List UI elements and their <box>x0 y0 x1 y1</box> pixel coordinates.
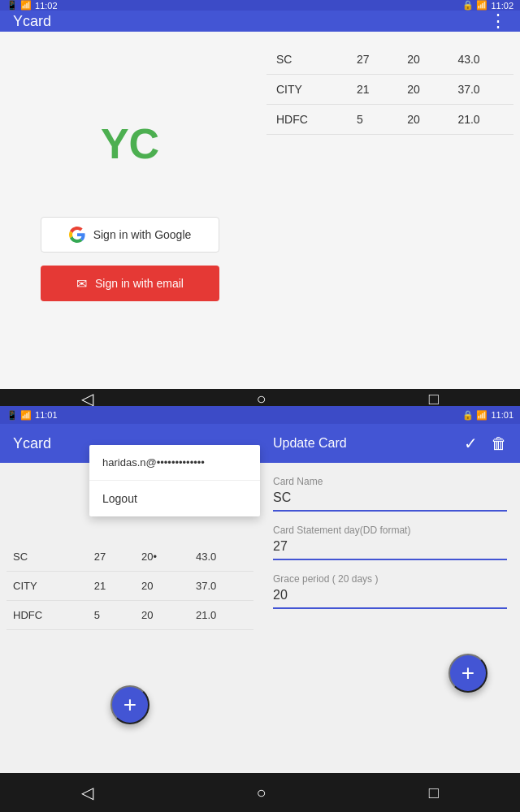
top-status-icons-right: 🔒 📶 <box>462 0 488 11</box>
card-name-cell: SC <box>266 45 347 75</box>
top-status-time: 11:02 <box>35 1 58 11</box>
card-col2-cell: 20 <box>135 572 189 601</box>
bottom-left-table-area: SC 27 20• 43.0 CITY 21 20 37.0 HDFC 5 20… <box>0 536 260 637</box>
card-col1-cell: 21 <box>88 572 135 601</box>
confirm-update-button[interactable]: ✓ <box>464 434 478 453</box>
top-fab-button[interactable]: + <box>448 654 488 693</box>
bottom-left-card-table: SC 27 20• 43.0 CITY 21 20 37.0 HDFC 5 20… <box>6 542 254 630</box>
bottom-right-panel: 🔒 📶 11:01 Update Card ✓ 🗑 Card Name SC <box>260 406 520 773</box>
card-col3-cell: 21.0 <box>448 105 514 135</box>
logout-button[interactable]: Logout <box>89 481 260 516</box>
table-row[interactable]: CITY 21 20 37.0 <box>266 75 514 105</box>
card-col2-cell: 20 <box>397 45 448 75</box>
card-col3-cell: 37.0 <box>189 572 254 601</box>
bottom-right-status-bar: 🔒 📶 11:01 <box>260 406 520 424</box>
table-row[interactable]: CITY 21 20 37.0 <box>6 572 254 601</box>
statement-day-value[interactable]: 27 <box>273 539 507 560</box>
top-status-icons-left: 📱 📶 <box>6 0 32 11</box>
bottom-left-panel: 📱 📶 11:01 Ycard haridas.n@••••••••••••• … <box>0 406 260 773</box>
card-col3-cell: 37.0 <box>448 75 514 105</box>
card-col1-cell: 5 <box>347 105 397 135</box>
update-card-form: Card Name SC Card Statement day(DD forma… <box>260 463 520 635</box>
table-row[interactable]: SC 27 20• 43.0 <box>6 542 254 572</box>
top-card-table-panel: SC 27 20 43.0 CITY 21 20 37.0 HDFC 5 20 … <box>260 32 520 389</box>
br-status-icons: 🔒 📶 <box>462 410 488 421</box>
bl-status-icons: 📱 📶 <box>6 410 32 421</box>
card-name-cell: CITY <box>6 572 88 601</box>
email-icon: ✉ <box>76 276 87 292</box>
statement-day-label: Card Statement day(DD format) <box>273 525 507 536</box>
bottom-nav-square[interactable]: □ <box>429 784 439 802</box>
bottom-nav-bar: ◁ ○ □ <box>0 773 520 812</box>
card-col2-cell: 20 <box>135 601 189 630</box>
google-signin-button[interactable]: Sign in with Google <box>41 217 219 253</box>
user-email-display: haridas.n@••••••••••••• <box>89 445 260 481</box>
top-card-table: SC 27 20 43.0 CITY 21 20 37.0 HDFC 5 20 … <box>266 45 514 135</box>
top-status-bar: 📱 📶 11:02 🔒 📶 11:02 <box>0 0 520 11</box>
table-row[interactable]: HDFC 5 20 21.0 <box>266 105 514 135</box>
top-status-time-right: 11:02 <box>491 1 514 11</box>
update-card-title: Update Card <box>273 436 347 451</box>
card-col1-cell: 27 <box>88 542 135 572</box>
grace-period-label: Grace period ( 20 days ) <box>273 573 507 585</box>
google-icon <box>69 227 85 243</box>
card-name-value[interactable]: SC <box>273 490 507 512</box>
card-name-cell: SC <box>6 542 88 572</box>
update-card-app-bar: Update Card ✓ 🗑 <box>260 424 520 463</box>
card-col3-cell: 43.0 <box>189 542 254 572</box>
bottom-left-title: Ycard <box>13 435 51 452</box>
card-name-cell: HDFC <box>266 105 347 135</box>
top-app-bar-menu-icon[interactable]: ⋮ <box>489 11 507 32</box>
bl-status-time: 11:01 <box>35 410 58 420</box>
card-name-label: Card Name <box>273 476 507 487</box>
card-col2-cell: 20• <box>135 542 189 572</box>
top-app-bar-title: Ycard <box>13 13 51 30</box>
card-col3-cell: 21.0 <box>189 601 254 630</box>
top-app-bar: Ycard ⋮ <box>0 11 520 32</box>
bottom-left-fab[interactable]: + <box>110 685 150 724</box>
card-name-cell: CITY <box>266 75 347 105</box>
grace-period-value[interactable]: 20 <box>273 588 507 609</box>
card-col1-cell: 21 <box>347 75 397 105</box>
delete-card-button[interactable]: 🗑 <box>491 434 507 453</box>
bottom-nav-back[interactable]: ◁ <box>81 783 93 802</box>
card-col1-cell: 5 <box>88 601 135 630</box>
email-signin-label: Sign in with email <box>95 277 184 290</box>
card-col2-cell: 20 <box>397 105 448 135</box>
google-signin-label: Sign in with Google <box>93 228 192 241</box>
login-panel: YC Sign in with Google ✉ Sign in with em… <box>0 32 260 389</box>
br-status-time: 11:01 <box>491 410 514 420</box>
user-dropdown-menu: haridas.n@••••••••••••• Logout <box>89 445 260 516</box>
card-col3-cell: 43.0 <box>448 45 514 75</box>
email-signin-button[interactable]: ✉ Sign in with email <box>41 266 219 301</box>
card-col2-cell: 20 <box>397 75 448 105</box>
table-row[interactable]: HDFC 5 20 21.0 <box>6 601 254 630</box>
app-logo: YC <box>101 119 159 168</box>
bottom-left-status-bar: 📱 📶 11:01 <box>0 406 260 424</box>
card-name-cell: HDFC <box>6 601 88 630</box>
card-col1-cell: 27 <box>347 45 397 75</box>
bottom-nav-home[interactable]: ○ <box>256 784 266 802</box>
table-row[interactable]: SC 27 20 43.0 <box>266 45 514 75</box>
